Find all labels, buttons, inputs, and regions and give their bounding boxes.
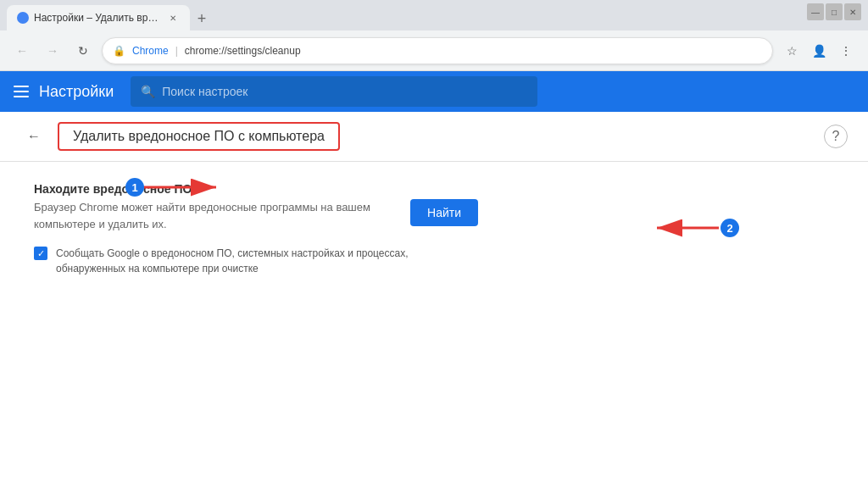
close-button[interactable]: ✕: [844, 3, 861, 20]
back-button[interactable]: ←: [10, 39, 34, 63]
url-path: chrome://settings/cleanup: [185, 45, 301, 57]
minimize-button[interactable]: —: [807, 3, 824, 20]
window-controls: — □ ✕: [807, 3, 861, 20]
search-icon: 🔍: [141, 85, 155, 98]
annotation-badge-2: 2: [721, 219, 739, 237]
section-description: Браузер Chrome может найти вредоносные п…: [34, 199, 390, 232]
annotation-badge-1: 1: [125, 178, 144, 197]
help-button[interactable]: ?: [824, 125, 848, 148]
hamburger-line-1: [14, 86, 29, 87]
secure-icon: 🔒: [113, 45, 125, 57]
url-separator: |: [175, 45, 178, 57]
forward-button[interactable]: →: [41, 39, 64, 63]
page-back-button[interactable]: ←: [20, 123, 47, 150]
main-content: ← Удалить вредоносное ПО с компьютера ? …: [0, 112, 868, 488]
maximize-button[interactable]: □: [826, 3, 843, 20]
tab-bar: Настройки – Удалить вредонос... ✕ + — □ …: [0, 0, 868, 30]
tab-title: Настройки – Удалить вредонос...: [34, 12, 161, 24]
checkbox-label-text: Сообщать Google о вредоносном ПО, систем…: [56, 246, 412, 276]
bookmark-button[interactable]: ☆: [780, 39, 804, 63]
find-button[interactable]: Найти: [410, 199, 478, 226]
settings-toolbar: Настройки 🔍 Поиск настроек: [0, 71, 868, 112]
checkbox-row: ✓ Сообщать Google о вредоносном ПО, сист…: [34, 246, 834, 276]
hamburger-menu-button[interactable]: [14, 86, 29, 97]
hamburger-line-3: [14, 96, 29, 97]
page-title: Удалить вредоносное ПО с компьютера: [73, 129, 325, 143]
hamburger-line-2: [14, 91, 29, 92]
address-bar: ← → ↻ 🔒 Chrome | chrome://settings/clean…: [0, 30, 868, 71]
section-row: Браузер Chrome может найти вредоносные п…: [34, 199, 834, 232]
settings-search-box[interactable]: 🔍 Поиск настроек: [131, 76, 537, 107]
settings-title: Настройки: [39, 83, 114, 101]
content-area: Находите вредоносное ПО Браузер Chrome м…: [0, 162, 868, 488]
tab-favicon: [17, 12, 29, 24]
search-placeholder: Поиск настроек: [162, 85, 248, 98]
address-right-controls: ☆ 👤 ⋮: [780, 39, 858, 63]
tab-close-button[interactable]: ✕: [166, 11, 180, 25]
url-source: Chrome: [132, 45, 169, 57]
active-tab[interactable]: Настройки – Удалить вредонос... ✕: [7, 5, 190, 30]
report-checkbox[interactable]: ✓: [34, 247, 47, 260]
page-header: ← Удалить вредоносное ПО с компьютера ?: [0, 112, 868, 162]
checkbox-checkmark: ✓: [37, 248, 45, 259]
url-bar[interactable]: 🔒 Chrome | chrome://settings/cleanup: [102, 37, 773, 64]
reload-button[interactable]: ↻: [71, 39, 95, 63]
profile-button[interactable]: 👤: [807, 39, 831, 63]
new-tab-button[interactable]: +: [190, 7, 214, 30]
menu-button[interactable]: ⋮: [834, 39, 858, 63]
page-title-box: Удалить вредоносное ПО с компьютера: [58, 122, 340, 151]
section-heading: Находите вредоносное ПО: [34, 182, 834, 196]
